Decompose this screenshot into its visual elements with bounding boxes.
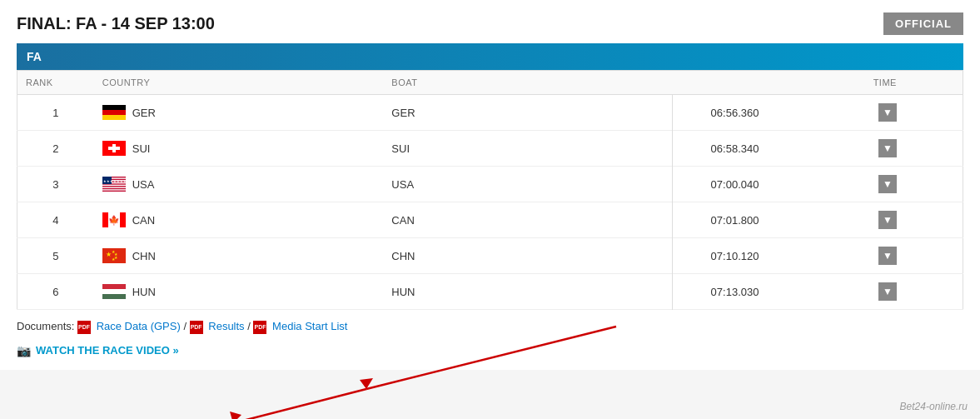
- country-cell: ★★★★★★★ USA: [94, 167, 384, 202]
- country-cell: ★★★★★ CHN: [94, 238, 384, 274]
- expand-button[interactable]: ▼: [878, 139, 897, 157]
- svg-rect-17: [120, 212, 126, 227]
- expand-button[interactable]: ▼: [878, 247, 897, 265]
- results-container: FA RANK COUNTRY BOAT TIME 1 GER: [17, 43, 963, 310]
- time-cell: 07:10.120 ▼: [703, 238, 905, 274]
- country-cell: HUN: [94, 274, 384, 310]
- boat-cell: HUN: [383, 274, 673, 310]
- time-cell: 07:00.040 ▼: [703, 167, 905, 202]
- svg-rect-1: [102, 110, 126, 115]
- flag-ger: [102, 105, 126, 120]
- boat-cell: GER: [383, 95, 673, 131]
- documents-label: Documents:: [17, 320, 74, 332]
- rank-cell: 5: [17, 238, 94, 274]
- svg-rect-10: [102, 185, 126, 186]
- svg-text:★: ★: [106, 251, 112, 258]
- table-row: 4 🍁 CAN CAN 07:01.800 ▼: [17, 202, 963, 238]
- table-header-row: RANK COUNTRY BOAT TIME: [17, 71, 963, 95]
- time-cell: 06:56.360 ▼: [703, 95, 905, 131]
- svg-rect-0: [102, 105, 126, 110]
- time-value: 07:01.800: [711, 214, 759, 227]
- country-code: SUI: [132, 142, 151, 155]
- svg-rect-16: [102, 212, 108, 227]
- rank-cell: 6: [17, 274, 94, 310]
- results-table: RANK COUNTRY BOAT TIME 1 GER GER: [17, 70, 963, 310]
- time-value: 07:13.030: [711, 286, 759, 298]
- table-row: 2 SUI SUI 06:58.340 ▼: [17, 131, 963, 167]
- svg-marker-31: [230, 412, 241, 419]
- spacer-cell: [673, 274, 703, 310]
- col-expand: [905, 71, 963, 95]
- time-value: 06:58.340: [711, 142, 759, 155]
- svg-rect-26: [102, 289, 126, 294]
- time-value: 06:56.360: [711, 107, 759, 119]
- svg-rect-2: [102, 115, 126, 120]
- rank-cell: 4: [17, 202, 94, 238]
- col-time: TIME: [703, 71, 905, 95]
- col-country: COUNTRY: [94, 71, 384, 95]
- time-cell: 07:01.800 ▼: [703, 202, 905, 238]
- country-code: CHN: [132, 250, 156, 262]
- spacer-cell: [673, 95, 703, 131]
- flag-can: 🍁: [102, 212, 126, 227]
- time-value: 07:00.040: [711, 178, 759, 191]
- svg-line-30: [233, 389, 366, 419]
- svg-marker-29: [360, 378, 373, 389]
- section-header: FA: [17, 43, 963, 70]
- race-data-link[interactable]: Race Data (GPS): [97, 320, 181, 332]
- separator-1: /: [183, 320, 189, 332]
- watch-video-link[interactable]: WATCH THE RACE VIDEO »: [36, 344, 179, 357]
- boat-cell: CHN: [383, 238, 673, 274]
- svg-line-28: [366, 327, 616, 389]
- media-start-link[interactable]: Media Start List: [272, 320, 347, 332]
- svg-rect-25: [102, 284, 126, 289]
- country-cell: 🍁 CAN: [94, 202, 384, 238]
- country-code: CAN: [132, 214, 155, 227]
- expand-button[interactable]: ▼: [878, 175, 897, 193]
- time-value: 07:10.120: [711, 250, 759, 262]
- pdf-icon-1: PDF: [77, 321, 91, 334]
- official-badge: OFFICIAL: [883, 12, 963, 35]
- documents-section: Documents: PDF Race Data (GPS) / PDF Res…: [17, 320, 963, 334]
- expand-button[interactable]: ▼: [878, 211, 897, 229]
- col-spacer: [673, 71, 703, 95]
- flag-sui: [102, 141, 126, 156]
- svg-rect-11: [102, 187, 126, 187]
- country-cell: GER: [94, 95, 384, 131]
- flag-chn: ★★★★★: [102, 248, 126, 263]
- svg-rect-5: [108, 147, 120, 150]
- watch-video-section: 📷 WATCH THE RACE VIDEO »: [17, 344, 963, 357]
- expand-button[interactable]: ▼: [878, 282, 897, 301]
- spacer-cell: [673, 202, 703, 238]
- pdf-icon-2: PDF: [190, 321, 203, 334]
- boat-cell: SUI: [383, 131, 673, 167]
- watermark: Bet24-online.ru: [900, 401, 968, 412]
- country-code: USA: [132, 178, 155, 191]
- flag-usa: ★★★★★★★: [102, 177, 126, 192]
- separator-2: /: [247, 320, 253, 332]
- country-cell: SUI: [94, 131, 384, 167]
- spacer-cell: [673, 238, 703, 274]
- rank-cell: 2: [17, 131, 94, 167]
- svg-text:★★★★★★★: ★★★★★★★: [103, 179, 126, 183]
- results-link[interactable]: Results: [208, 320, 244, 332]
- page-header: FINAL: FA - 14 SEP 13:00 OFFICIAL: [17, 12, 963, 35]
- table-row: 5 ★★★★★ CHN CHN 07:10.120 ▼: [17, 238, 963, 274]
- time-cell: 06:58.340 ▼: [703, 131, 905, 167]
- expand-button[interactable]: ▼: [878, 103, 897, 122]
- pdf-icon-3: PDF: [253, 321, 266, 334]
- svg-text:🍁: 🍁: [108, 214, 120, 226]
- country-code: HUN: [132, 286, 156, 298]
- svg-rect-27: [102, 294, 126, 299]
- country-code: GER: [132, 107, 156, 119]
- table-row: 6 HUN HUN 07:13.030 ▼: [17, 274, 963, 310]
- flag-hun: [102, 284, 126, 299]
- rank-cell: 3: [17, 167, 94, 202]
- camera-icon: 📷: [17, 344, 31, 357]
- table-row: 3 ★★★★★★★ USA USA 07:00.040 ▼: [17, 167, 963, 202]
- table-row: 1 GER GER 06:56.360 ▼: [17, 95, 963, 131]
- time-cell: 07:13.030 ▼: [703, 274, 905, 310]
- col-boat: BOAT: [383, 71, 673, 95]
- boat-cell: CAN: [383, 202, 673, 238]
- spacer-cell: [673, 131, 703, 167]
